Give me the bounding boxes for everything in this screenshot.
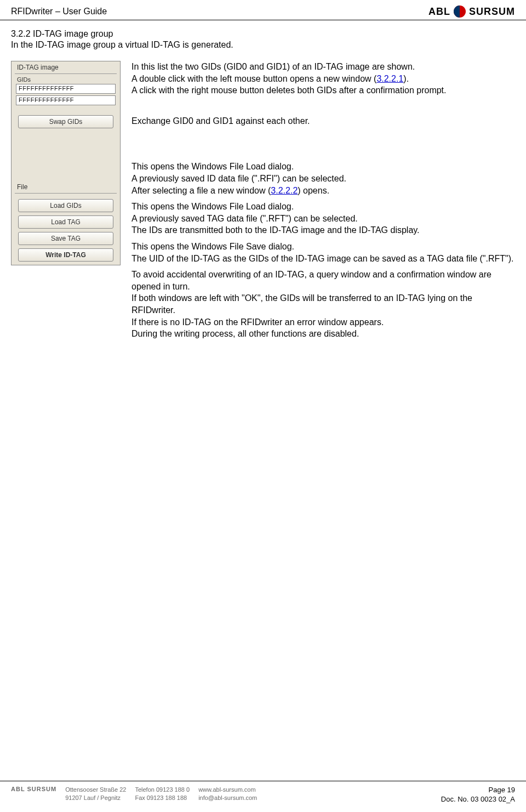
para-load-tag: This opens the Windows File Load dialog.… bbox=[132, 201, 515, 236]
text: www.abl-sursum.com bbox=[198, 786, 257, 793]
text: After selecting a file a new window ( bbox=[132, 186, 271, 195]
section-intro: In the ID-TAG image group a virtual ID-T… bbox=[11, 40, 515, 50]
gid0-field[interactable]: FFFFFFFFFFFFFF bbox=[16, 84, 116, 94]
page-number: Page 19 bbox=[489, 786, 515, 794]
text: A click with the right mouse button dele… bbox=[132, 86, 447, 95]
text: Fax 09123 188 188 bbox=[135, 794, 190, 802]
text: In this list the two GIDs (GID0 and GID1… bbox=[132, 62, 415, 71]
description-column: In this list the two GIDs (GID0 and GID1… bbox=[132, 61, 515, 349]
section-heading: 3.2.2 ID-TAG image group bbox=[11, 29, 515, 39]
text: ). bbox=[403, 74, 409, 83]
link-3221[interactable]: 3.2.2.1 bbox=[376, 74, 403, 83]
text: ) opens. bbox=[298, 186, 329, 195]
text: The UID of the ID-TAG as the GIDs of the… bbox=[132, 254, 514, 263]
swap-gids-button[interactable]: Swap GIDs bbox=[18, 115, 113, 128]
brand-logo: ABL SURSUM bbox=[428, 5, 515, 18]
panel-title: ID-TAG image bbox=[12, 61, 120, 73]
footer-brand: ABL SURSUM bbox=[11, 786, 56, 792]
gids-group: GIDs FFFFFFFFFFFFFF FFFFFFFFFFFFFF Swap … bbox=[15, 73, 117, 128]
page-header: RFIDwriter – User Guide ABL SURSUM bbox=[0, 0, 526, 20]
text: Exchange GID0 and GID1 against each othe… bbox=[132, 116, 310, 126]
para-write: To avoid accidental overwriting of an ID… bbox=[132, 269, 515, 340]
text: To avoid accidental overwriting of an ID… bbox=[132, 270, 491, 291]
header-title: RFIDwriter – User Guide bbox=[11, 7, 107, 16]
logo-text-left: ABL bbox=[428, 6, 450, 18]
footer-web: www.abl-sursum.com info@abl-sursum.com bbox=[198, 786, 257, 802]
text: 91207 Lauf / Pegnitz bbox=[65, 794, 126, 802]
file-group: Load GIDs Load TAG Save TAG Write ID-TAG bbox=[15, 193, 117, 262]
link-3222[interactable]: 3.2.2.2 bbox=[271, 186, 298, 195]
text: A previously saved TAG data file (".RFT"… bbox=[132, 214, 358, 223]
text: If there is no ID-TAG on the RFIDwriter … bbox=[132, 317, 384, 327]
text: info@abl-sursum.com bbox=[198, 794, 257, 802]
gid1-field[interactable]: FFFFFFFFFFFFFF bbox=[16, 95, 116, 105]
para-load-gids: This opens the Windows File Load dialog.… bbox=[132, 161, 515, 196]
write-idtag-button[interactable]: Write ID-TAG bbox=[18, 248, 113, 262]
idtag-image-panel: ID-TAG image GIDs FFFFFFFFFFFFFF FFFFFFF… bbox=[11, 61, 121, 265]
footer-right: Page 19 Doc. No. 03 0023 02_A bbox=[441, 786, 515, 804]
text: If both windows are left with "OK", the … bbox=[132, 293, 472, 315]
text: A double click with the left mouse butto… bbox=[132, 74, 376, 83]
text: This opens the Windows File Load dialog. bbox=[132, 202, 294, 211]
para-gids: In this list the two GIDs (GID0 and GID1… bbox=[132, 61, 515, 96]
save-tag-button[interactable]: Save TAG bbox=[18, 232, 113, 245]
text: This opens the Windows File Load dialog. bbox=[132, 162, 294, 171]
load-gids-button[interactable]: Load GIDs bbox=[18, 199, 113, 212]
footer-left: ABL SURSUM Ottensooser Straße 22 91207 L… bbox=[11, 786, 257, 802]
text: During the writing process, all other fu… bbox=[132, 329, 359, 338]
para-swap: Exchange GID0 and GID1 against each othe… bbox=[132, 115, 515, 127]
doc-number: Doc. No. 03 0023 02_A bbox=[441, 795, 515, 803]
logo-text-right: SURSUM bbox=[469, 6, 515, 18]
footer-address: Ottensooser Straße 22 91207 Lauf / Pegni… bbox=[65, 786, 126, 802]
text: A previously saved ID data file (".RFI")… bbox=[132, 174, 346, 183]
page-footer: ABL SURSUM Ottensooser Straße 22 91207 L… bbox=[0, 781, 526, 812]
footer-phone: Telefon 09123 188 0 Fax 09123 188 188 bbox=[135, 786, 190, 802]
gids-label: GIDs bbox=[15, 76, 117, 83]
logo-icon bbox=[454, 5, 466, 18]
file-group-label: File bbox=[12, 181, 120, 193]
para-save-tag: This opens the Windows File Save dialog.… bbox=[132, 241, 515, 264]
text: Telefon 09123 188 0 bbox=[135, 786, 190, 793]
text: This opens the Windows File Save dialog. bbox=[132, 242, 294, 251]
load-tag-button[interactable]: Load TAG bbox=[18, 215, 113, 229]
text: Ottensooser Straße 22 bbox=[65, 786, 126, 793]
text: The IDs are transmitted both to the ID-T… bbox=[132, 225, 420, 235]
